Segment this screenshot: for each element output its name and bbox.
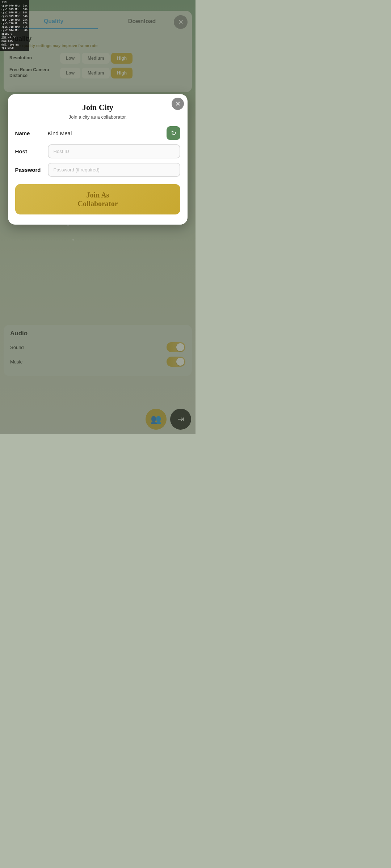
modal-overlay: ✕ Join City Join a city as a collaborato…: [0, 0, 196, 434]
join-collaborator-button[interactable]: Join AsCollaborator: [15, 184, 181, 214]
name-label: Name: [15, 130, 48, 136]
join-btn-text: Join AsCollaborator: [15, 191, 181, 208]
password-input[interactable]: [48, 163, 181, 177]
refresh-name-button[interactable]: ↻: [167, 126, 180, 140]
join-city-modal: ✕ Join City Join a city as a collaborato…: [8, 94, 188, 225]
host-label: Host: [15, 148, 48, 154]
name-row: Name Kind Meal ↻: [15, 126, 181, 140]
modal-title: Join City: [15, 103, 181, 112]
debug-overlay: 关闭 cpu0 979 Mhz 28% cpu1 979 Mhz 30% cpu…: [0, 0, 29, 51]
modal-subtitle: Join a city as a collaborator.: [15, 114, 181, 120]
password-row: Password: [15, 163, 181, 177]
name-value: Kind Meal: [48, 130, 167, 136]
password-label: Password: [15, 167, 48, 173]
host-id-input[interactable]: [48, 144, 181, 158]
modal-close-button[interactable]: ✕: [172, 98, 184, 110]
host-row: Host: [15, 144, 181, 158]
